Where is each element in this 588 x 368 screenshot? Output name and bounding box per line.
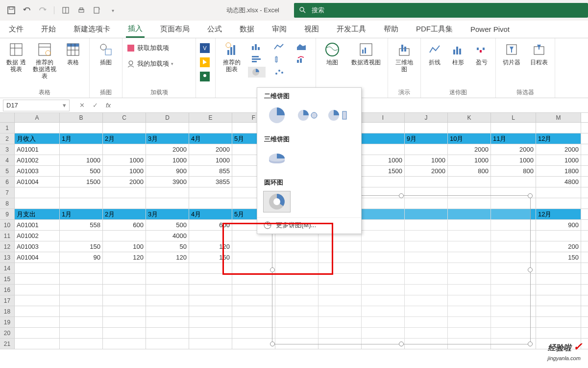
cell[interactable] — [232, 317, 275, 327]
cell[interactable]: 1000 — [60, 155, 103, 165]
cell[interactable] — [146, 317, 189, 327]
print-icon[interactable] — [77, 6, 86, 15]
people-icon[interactable] — [200, 72, 210, 83]
resize-handle[interactable] — [528, 267, 533, 272]
cell[interactable]: 1800 — [536, 166, 581, 176]
recommended-pivot-button[interactable]: 推荐的 数据透视表 — [32, 41, 57, 79]
cell[interactable]: 1000 — [405, 155, 448, 165]
cell[interactable] — [103, 144, 146, 155]
cell[interactable]: 1000 — [103, 166, 146, 176]
cell[interactable] — [146, 306, 189, 316]
cell[interactable] — [146, 187, 189, 198]
cell[interactable]: 90 — [60, 252, 103, 263]
cell[interactable]: 2000 — [103, 177, 146, 187]
my-addins-button[interactable]: 我的加载项▾ — [126, 57, 173, 71]
cell[interactable]: 500 — [60, 166, 103, 176]
cell[interactable] — [405, 144, 448, 155]
cell[interactable] — [189, 317, 232, 327]
cell[interactable]: 11月 — [491, 133, 536, 144]
cell[interactable] — [362, 123, 405, 133]
cell[interactable] — [103, 295, 146, 306]
pie-2d-option[interactable] — [263, 105, 291, 126]
column-header[interactable]: D — [146, 113, 189, 122]
cell[interactable] — [15, 317, 60, 327]
pie-chart-icon[interactable] — [248, 67, 266, 78]
cell[interactable] — [60, 123, 103, 133]
cell[interactable]: 2000 — [491, 144, 536, 155]
cell[interactable] — [362, 133, 405, 144]
cell[interactable]: 120 — [146, 252, 189, 263]
pivot-chart-button[interactable]: 数据透视图 — [348, 41, 384, 66]
cell[interactable] — [232, 263, 275, 273]
name-box[interactable]: D17 ▾ — [3, 100, 70, 111]
cell[interactable]: 4800 — [536, 177, 581, 187]
tab-插入[interactable]: 插入 — [126, 21, 145, 38]
cell[interactable]: 1月 — [60, 209, 103, 219]
tab-公式[interactable]: 公式 — [205, 22, 224, 37]
tab-数据[interactable]: 数据 — [238, 22, 256, 37]
cell[interactable] — [448, 123, 491, 133]
row-header[interactable]: 3 — [0, 144, 15, 155]
stat-chart-icon[interactable] — [270, 54, 288, 65]
cell[interactable] — [103, 274, 146, 284]
cell[interactable] — [60, 285, 103, 295]
qat-more-icon[interactable]: ▾ — [108, 6, 117, 15]
cell[interactable] — [232, 241, 275, 252]
cell[interactable] — [146, 274, 189, 284]
scatter-chart-icon[interactable] — [270, 67, 288, 78]
cell[interactable]: 3月 — [146, 209, 189, 219]
cell[interactable]: 1500 — [60, 177, 103, 187]
row-header[interactable]: 8 — [0, 198, 15, 209]
pivot-table-button[interactable]: 数据 透视表 — [4, 41, 28, 73]
cell[interactable]: 2000 — [146, 144, 189, 155]
bar-of-pie-option[interactable] — [324, 105, 351, 126]
illustrations-button[interactable]: 插图 — [94, 41, 118, 66]
cell[interactable]: 2000 — [536, 144, 581, 155]
row-header[interactable]: 11 — [0, 231, 15, 241]
cell[interactable] — [146, 328, 189, 338]
row-header[interactable]: 1 — [0, 123, 15, 133]
select-all-corner[interactable] — [0, 113, 15, 122]
resize-handle[interactable] — [528, 193, 533, 198]
cell[interactable]: A01003 — [15, 241, 60, 252]
cell[interactable]: 2月 — [103, 209, 146, 219]
cell[interactable] — [232, 306, 275, 316]
tab-新建选项卡[interactable]: 新建选项卡 — [72, 22, 112, 37]
row-header[interactable]: 19 — [0, 317, 15, 327]
pie-of-pie-option[interactable] — [294, 105, 321, 126]
cell[interactable]: 1000 — [146, 155, 189, 165]
cell[interactable]: 9月 — [405, 133, 448, 144]
recommended-charts-button[interactable]: 推荐的 图表 — [220, 41, 244, 73]
cell[interactable] — [189, 187, 232, 198]
cell[interactable] — [103, 123, 146, 133]
cell[interactable]: 1000 — [536, 155, 581, 165]
area-chart-icon[interactable] — [293, 41, 311, 52]
combo-chart-icon[interactable] — [293, 54, 311, 65]
resize-handle[interactable] — [270, 267, 275, 272]
cell[interactable] — [60, 306, 103, 316]
cell[interactable] — [189, 339, 232, 349]
visio-icon[interactable]: V — [200, 43, 210, 54]
column-header[interactable]: M — [536, 113, 581, 122]
tab-审阅[interactable]: 审阅 — [270, 22, 289, 37]
qat-icon-2[interactable] — [93, 6, 101, 15]
3d-map-button[interactable]: 三维地 图 — [392, 41, 416, 73]
cell[interactable]: 2月 — [103, 133, 146, 144]
cell[interactable] — [232, 295, 275, 306]
cell[interactable]: 月收入 — [15, 133, 60, 144]
cell[interactable] — [60, 295, 103, 306]
cell[interactable]: 1月 — [60, 133, 103, 144]
cell[interactable]: 120 — [189, 241, 232, 252]
tab-PDF工具集[interactable]: PDF工具集 — [414, 22, 455, 37]
cell[interactable]: 200 — [536, 241, 581, 252]
get-addins-button[interactable]: 获取加载项 — [126, 41, 169, 55]
pie-3d-option[interactable] — [263, 148, 291, 169]
cell[interactable]: 800 — [491, 166, 536, 176]
cell[interactable] — [15, 328, 60, 338]
cell[interactable] — [103, 339, 146, 349]
cell[interactable] — [60, 187, 103, 198]
cell[interactable] — [60, 144, 103, 155]
column-header[interactable]: A — [15, 113, 60, 122]
cell[interactable]: A01004 — [15, 252, 60, 263]
cell[interactable] — [189, 295, 232, 306]
